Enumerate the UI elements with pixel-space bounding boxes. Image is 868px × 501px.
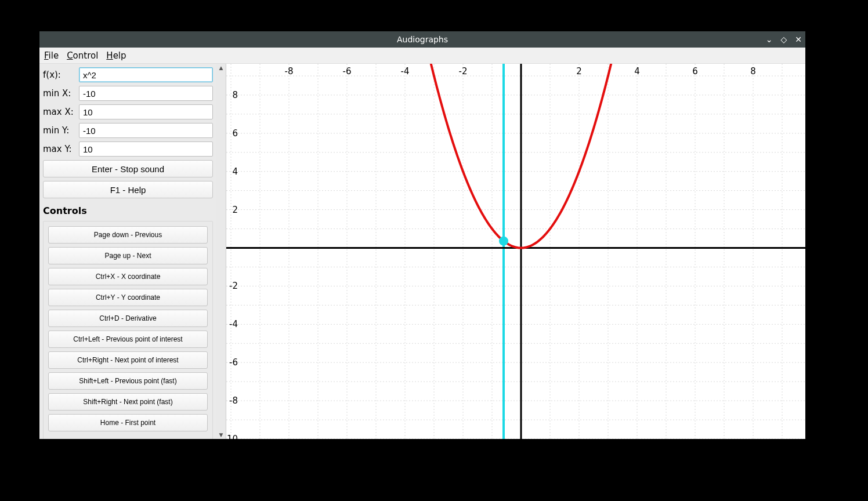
svg-text:6: 6: [692, 66, 698, 77]
svg-text:2: 2: [232, 205, 238, 215]
titlebar: Audiographs ⌄ ◇ ✕: [39, 31, 805, 48]
svg-text:-6: -6: [343, 66, 352, 77]
close-icon[interactable]: ✕: [795, 35, 802, 44]
fx-input[interactable]: [79, 67, 213, 82]
control-page-down[interactable]: Page down - Previous: [48, 226, 208, 244]
controls-panel: Page down - Previous Page up - Next Ctrl…: [43, 221, 213, 439]
plot-area[interactable]: -8-6-4-22468108642-2-4-6-8-10: [226, 64, 805, 439]
app-window: Audiographs ⌄ ◇ ✕ File Control Help f(x)…: [39, 31, 805, 439]
miny-input[interactable]: [79, 123, 213, 138]
menubar: File Control Help: [39, 48, 805, 64]
svg-text:-8: -8: [229, 395, 238, 406]
plot-canvas: -8-6-4-22468108642-2-4-6-8-10: [226, 64, 805, 439]
maxy-label: max Y:: [43, 144, 79, 154]
sidebar: f(x): min X: max X: min Y: max Y:: [39, 64, 226, 439]
svg-text:-2: -2: [459, 66, 468, 77]
control-shift-left[interactable]: Shift+Left - Previous point (fast): [48, 372, 208, 390]
controls-header: Controls: [43, 205, 213, 216]
svg-text:4: 4: [232, 166, 238, 177]
svg-text:8: 8: [232, 90, 238, 100]
maxx-label: max X:: [43, 107, 79, 117]
window-title: Audiographs: [397, 35, 448, 44]
control-shift-right[interactable]: Shift+Right - Next point (fast): [48, 393, 208, 411]
minx-label: min X:: [43, 88, 79, 99]
fx-label: f(x):: [43, 70, 79, 80]
miny-label: min Y:: [43, 125, 79, 136]
help-button[interactable]: F1 - Help: [43, 181, 213, 198]
menu-file[interactable]: File: [44, 50, 59, 61]
minx-input[interactable]: [79, 86, 213, 101]
svg-text:2: 2: [576, 66, 582, 77]
control-home[interactable]: Home - First point: [48, 414, 208, 431]
svg-text:-8: -8: [285, 66, 294, 77]
control-ctrl-d[interactable]: Ctrl+D - Derivative: [48, 310, 208, 327]
svg-text:-4: -4: [229, 319, 238, 329]
svg-point-45: [499, 237, 508, 246]
control-ctrl-left[interactable]: Ctrl+Left - Previous point of interest: [48, 331, 208, 348]
menu-control[interactable]: Control: [67, 50, 98, 61]
sidebar-scrollbar[interactable]: ▲ ▼: [216, 64, 226, 439]
control-ctrl-right[interactable]: Ctrl+Right - Next point of interest: [48, 351, 208, 369]
control-ctrl-y[interactable]: Ctrl+Y - Y coordinate: [48, 289, 208, 306]
minimize-icon[interactable]: ⌄: [766, 35, 773, 44]
window-controls: ⌄ ◇ ✕: [766, 31, 802, 48]
svg-text:-6: -6: [229, 357, 238, 368]
control-page-up[interactable]: Page up - Next: [48, 247, 208, 264]
svg-text:-4: -4: [401, 66, 410, 77]
svg-text:-2: -2: [229, 281, 238, 291]
control-ctrl-x[interactable]: Ctrl+X - X coordinate: [48, 268, 208, 285]
svg-text:4: 4: [634, 66, 640, 77]
menu-help[interactable]: Help: [106, 50, 126, 61]
maximize-icon[interactable]: ◇: [780, 35, 787, 44]
maxy-input[interactable]: [79, 141, 213, 157]
scroll-down-icon[interactable]: ▼: [219, 432, 223, 438]
enter-button[interactable]: Enter - Stop sound: [43, 160, 213, 177]
body: f(x): min X: max X: min Y: max Y:: [39, 64, 805, 439]
svg-text:6: 6: [232, 128, 238, 139]
scroll-up-icon[interactable]: ▲: [219, 65, 223, 71]
maxx-input[interactable]: [79, 104, 213, 119]
svg-text:8: 8: [750, 66, 756, 77]
svg-text:-10: -10: [226, 434, 238, 439]
